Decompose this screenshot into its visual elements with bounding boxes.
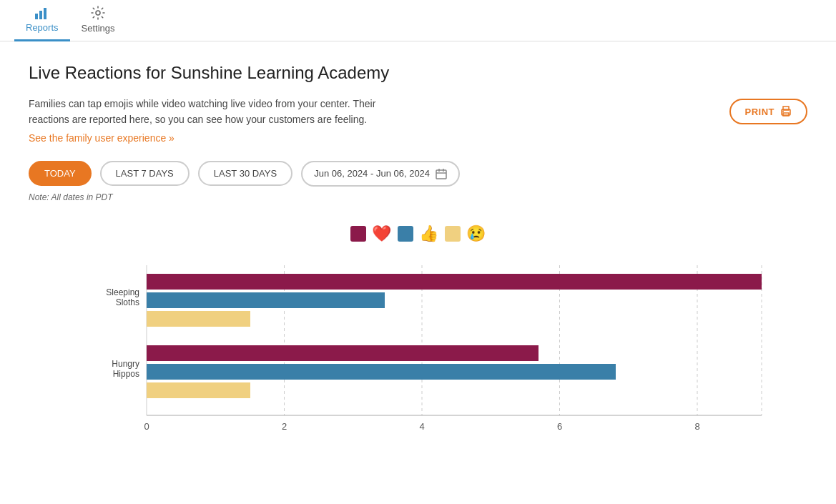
desc-line2: reactions are reported here, so you can …: [29, 114, 367, 125]
description-text: Families can tap emojis while video watc…: [29, 96, 458, 128]
legend-heart-box: [350, 226, 366, 242]
family-link[interactable]: See the family user experience »: [29, 132, 174, 144]
svg-text:4: 4: [419, 421, 424, 432]
svg-point-7: [782, 111, 784, 112]
bar-sleeping-sloths-thumbsup: [147, 292, 385, 308]
chart-wrapper: ❤️ 👍 😢 0 2 4 6 8: [29, 224, 807, 458]
svg-text:Sleeping: Sleeping: [106, 287, 139, 297]
settings-icon: [91, 6, 105, 20]
bar-hungry-hippos-thumbsup: [147, 364, 616, 380]
svg-rect-5: [783, 107, 789, 110]
print-button[interactable]: PRINT: [729, 99, 808, 124]
svg-text:8: 8: [694, 421, 699, 432]
svg-rect-2: [44, 8, 46, 19]
desc-line1: Families can tap emojis while video watc…: [29, 98, 375, 109]
reports-icon: [35, 6, 49, 19]
bar-sleeping-sloths-heart: [147, 274, 762, 290]
date-range-text: Jun 06, 2024 - Jun 06, 2024: [314, 168, 430, 179]
legend-sad-box: [445, 226, 461, 242]
bar-sleeping-sloths-sad: [147, 311, 250, 327]
nav-reports-label: Reports: [26, 22, 59, 33]
svg-text:Sloths: Sloths: [115, 297, 139, 307]
bar-hungry-hippos-sad: [147, 382, 250, 398]
print-icon: [780, 106, 792, 117]
svg-rect-8: [436, 170, 446, 179]
nav-reports[interactable]: Reports: [14, 0, 70, 41]
top-navigation: Reports Settings: [0, 0, 836, 41]
today-button[interactable]: TODAY: [29, 161, 92, 186]
last7days-button[interactable]: LAST 7 DAYS: [100, 161, 190, 186]
page-title: Live Reactions for Sunshine Learning Aca…: [29, 63, 807, 83]
legend-thumbsup-box: [398, 226, 413, 242]
filter-row: TODAY LAST 7 DAYS LAST 30 DAYS Jun 06, 2…: [29, 161, 807, 187]
bar-chart-svg: 0 2 4 6 8 Sleeping Sloths Hungry Hippos: [68, 258, 769, 444]
svg-rect-0: [35, 14, 38, 19]
svg-point-3: [96, 11, 100, 15]
print-label: PRINT: [745, 107, 775, 117]
bar-hungry-hippos-heart: [147, 345, 539, 361]
main-content: PRINT Live Reactions for Sunshine Learni…: [0, 41, 836, 504]
date-range-button[interactable]: Jun 06, 2024 - Jun 06, 2024: [301, 161, 460, 187]
svg-text:Hippos: Hippos: [112, 369, 139, 379]
nav-settings-label: Settings: [82, 23, 115, 34]
calendar-icon: [436, 168, 447, 179]
last30days-button[interactable]: LAST 30 DAYS: [198, 161, 292, 186]
chart-legend: ❤️ 👍 😢: [29, 224, 807, 244]
svg-text:0: 0: [144, 421, 149, 432]
legend-thumbsup-emoji: 👍: [419, 224, 439, 244]
svg-text:2: 2: [281, 421, 286, 432]
svg-rect-1: [39, 11, 42, 19]
legend-sad-emoji: 😢: [466, 224, 486, 244]
svg-text:Hungry: Hungry: [112, 359, 139, 369]
svg-rect-6: [783, 113, 789, 116]
nav-settings[interactable]: Settings: [70, 0, 127, 41]
svg-text:6: 6: [556, 421, 561, 432]
legend-heart-emoji: ❤️: [372, 224, 392, 244]
date-note: Note: All dates in PDT: [29, 192, 807, 202]
